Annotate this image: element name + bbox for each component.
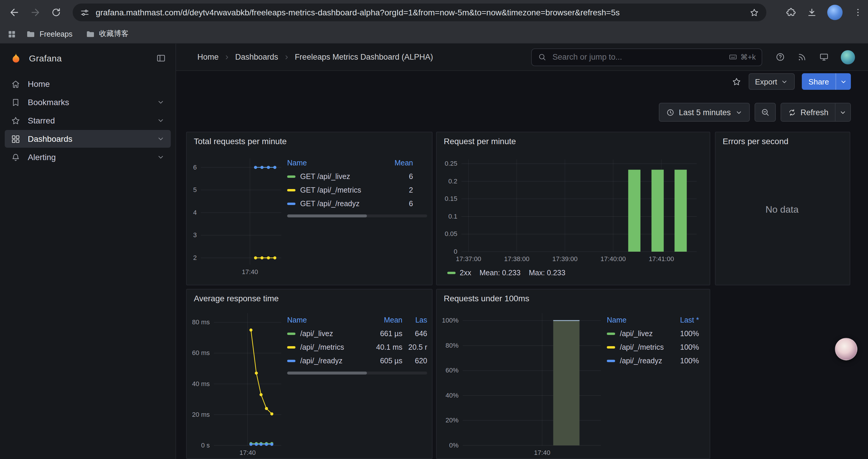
- help-icon[interactable]: [775, 52, 785, 62]
- legend-column-header[interactable]: Name: [607, 316, 663, 324]
- zoom-out-button[interactable]: [754, 103, 776, 122]
- url-bar[interactable]: grafana.mathmast.com/d/deytv4rwavabkb/fr…: [73, 4, 766, 21]
- news-rss-icon[interactable]: [797, 52, 807, 62]
- legend-row[interactable]: GET /api/_livez6: [287, 169, 427, 183]
- panel-title[interactable]: Average response time: [187, 290, 432, 307]
- legend-row[interactable]: /api/_/readyz100%: [607, 354, 705, 367]
- chevron-down-icon[interactable]: [157, 135, 165, 143]
- svg-text:0.25: 0.25: [445, 160, 457, 167]
- legend-mean: Mean: 0.233: [479, 269, 521, 277]
- search-input[interactable]: [551, 52, 724, 62]
- legend-column-header[interactable]: Mean: [380, 159, 413, 167]
- bookmark-star-icon[interactable]: [749, 7, 759, 18]
- legend-series-2xx[interactable]: 2xx: [447, 269, 471, 277]
- grafana-app: Grafana Home Bookmarks Starred: [0, 44, 868, 459]
- sidebar-item-label: Starred: [28, 116, 55, 125]
- legend-column-header[interactable]: Mean: [369, 316, 402, 324]
- legend-row[interactable]: /api/_livez661 µs646: [287, 327, 427, 340]
- chevron-down-icon[interactable]: [157, 153, 165, 161]
- grafana-logo[interactable]: [9, 52, 23, 64]
- legend-header: NameMeanLas: [287, 313, 427, 327]
- legend-row[interactable]: /api/_/readyz605 µs620: [287, 354, 427, 367]
- legend-scrollbar[interactable]: [287, 215, 427, 218]
- legend-header: NameLast *: [607, 313, 705, 327]
- search-bar[interactable]: ⌘+k: [531, 48, 762, 66]
- legend: 2xx Mean: 0.233 Max: 0.233: [440, 266, 705, 280]
- browser-menu-icon[interactable]: [852, 7, 863, 18]
- panel-title[interactable]: Errors per second: [716, 132, 850, 150]
- sidebar: Grafana Home Bookmarks Starred: [0, 44, 176, 459]
- main-area: Home Dashboards Freeleaps Metrics Dashbo…: [176, 44, 868, 459]
- series-color-dash: [287, 189, 296, 191]
- bookmark-folder-blog[interactable]: 收藏博客: [82, 27, 132, 41]
- browser-profile-avatar[interactable]: [827, 5, 843, 20]
- downloads-icon[interactable]: [807, 7, 817, 18]
- top-navigation: Home Dashboards Freeleaps Metrics Dashbo…: [176, 44, 868, 71]
- panel-title[interactable]: Requests under 100ms: [437, 290, 710, 307]
- forward-icon[interactable]: [30, 6, 41, 18]
- share-label[interactable]: Share: [802, 73, 836, 90]
- legend-row[interactable]: /api/_/metrics40.1 ms20.5 r: [287, 340, 427, 354]
- series-color-dash: [287, 359, 296, 362]
- brand-name: Grafana: [29, 53, 150, 63]
- series-color-dash: [607, 332, 615, 335]
- total-requests-chart[interactable]: 6543217:40: [190, 154, 285, 277]
- series-color-dash: [607, 359, 615, 362]
- sidebar-item-alerting[interactable]: Alerting: [5, 148, 171, 166]
- sidebar-item-bookmarks[interactable]: Bookmarks: [5, 93, 171, 111]
- svg-text:100%: 100%: [442, 317, 459, 324]
- svg-text:0 s: 0 s: [201, 441, 210, 449]
- bookmarks-bar: Freeleaps 收藏博客: [0, 25, 868, 44]
- breadcrumb-dashboards[interactable]: Dashboards: [235, 53, 278, 61]
- sidebar-collapse-icon[interactable]: [156, 53, 166, 63]
- back-icon[interactable]: [8, 6, 20, 18]
- sidebar-item-dashboards[interactable]: Dashboards: [5, 130, 171, 148]
- legend-column-header[interactable]: Last *: [663, 316, 699, 324]
- folder-icon: [26, 29, 35, 39]
- kiosk-monitor-icon[interactable]: [819, 52, 829, 62]
- legend-column-header[interactable]: Name: [287, 159, 380, 167]
- svg-text:20%: 20%: [445, 417, 459, 424]
- bookmark-folder-freeleaps[interactable]: Freeleaps: [23, 27, 76, 41]
- chevron-down-icon[interactable]: [157, 117, 165, 125]
- sidebar-item-home[interactable]: Home: [5, 75, 171, 93]
- export-button[interactable]: Export: [748, 73, 795, 90]
- requests-under-100ms-chart[interactable]: 100%80%60%40%20%0%17:40: [440, 308, 604, 458]
- request-per-minute-chart[interactable]: 0.250.20.150.10.05017:37:0017:38:0017:39…: [440, 155, 700, 265]
- legend-max: Max: 0.233: [529, 269, 565, 277]
- panel-request-per-minute: Request per minute 0.250.20.150.10.05017…: [436, 132, 710, 285]
- svg-text:0: 0: [454, 248, 457, 255]
- refresh-button[interactable]: Refresh: [781, 103, 835, 121]
- star-icon: [11, 116, 21, 126]
- legend-column-header[interactable]: Name: [287, 316, 369, 324]
- breadcrumb-current: Freeleaps Metrics Dashboard (ALPHA): [295, 53, 433, 61]
- user-avatar[interactable]: [841, 50, 855, 64]
- legend-row[interactable]: GET /api/_/readyz6: [287, 197, 427, 210]
- apps-shortcut-icon[interactable]: [7, 29, 17, 39]
- legend-row[interactable]: /api/_/metrics100%: [607, 340, 705, 354]
- panel-title[interactable]: Request per minute: [437, 132, 710, 150]
- extensions-icon[interactable]: [786, 7, 797, 18]
- favorite-star-icon[interactable]: [731, 76, 741, 87]
- avg-response-time-chart[interactable]: 80 ms60 ms40 ms20 ms0 s17:40: [190, 308, 285, 458]
- panel-requests-under-100ms: Requests under 100ms 100%80%60%40%20%0%1…: [436, 289, 710, 459]
- share-button[interactable]: Share: [802, 73, 851, 90]
- legend-row[interactable]: /api/_livez100%: [607, 327, 705, 340]
- panel-title[interactable]: Total requests per minute: [187, 132, 432, 150]
- breadcrumb-home[interactable]: Home: [197, 53, 219, 61]
- share-menu-caret[interactable]: [836, 73, 851, 90]
- refresh-interval-caret[interactable]: [835, 103, 850, 121]
- legend-table: NameMeanLas/api/_livez661 µs646/api/_/me…: [287, 313, 427, 458]
- assistant-avatar-bubble[interactable]: [835, 338, 857, 360]
- sidebar-item-starred[interactable]: Starred: [5, 112, 171, 129]
- legend-table: NameMeanGET /api/_livez6GET /api/_/metri…: [287, 156, 427, 285]
- svg-text:80%: 80%: [445, 342, 459, 349]
- legend-column-header[interactable]: Las: [402, 316, 427, 324]
- site-settings-icon[interactable]: [80, 7, 90, 18]
- legend-row[interactable]: GET /api/_/metrics2: [287, 183, 427, 197]
- legend-scrollbar[interactable]: [287, 371, 427, 374]
- svg-text:80 ms: 80 ms: [192, 319, 210, 326]
- reload-icon[interactable]: [51, 7, 61, 18]
- time-range-picker[interactable]: Last 5 minutes: [659, 103, 750, 122]
- chevron-down-icon[interactable]: [157, 98, 165, 106]
